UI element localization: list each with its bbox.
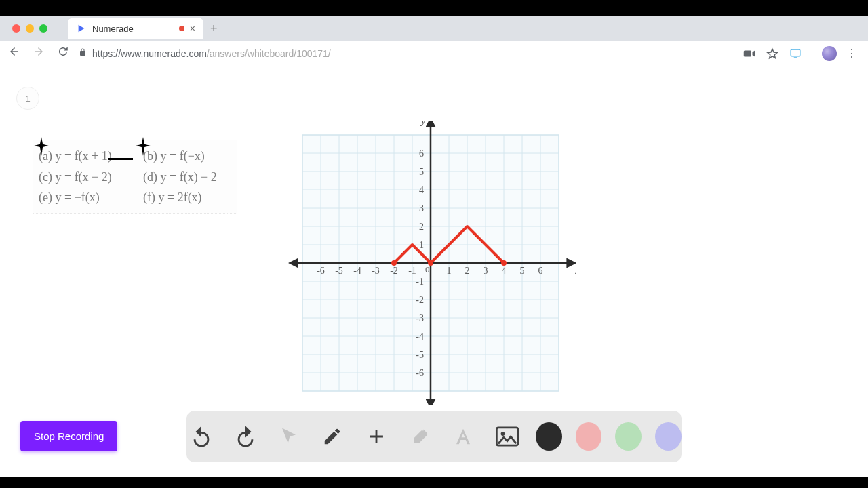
browser-menu-button[interactable]: ⋮ — [846, 47, 857, 60]
svg-text:1: 1 — [419, 240, 424, 250]
profile-avatar[interactable] — [822, 46, 837, 61]
option-f: (f) y = 2f(x) — [143, 187, 231, 208]
stop-recording-button[interactable]: Stop Recording — [20, 421, 117, 451]
problem-row: (a) y = f(x + 1) (b) y = f(−x) — [39, 146, 231, 167]
svg-text:1: 1 — [447, 266, 452, 276]
maximize-window-button[interactable] — [39, 24, 47, 33]
svg-text:3: 3 — [484, 266, 488, 276]
option-a: (a) y = f(x + 1) — [39, 146, 127, 167]
svg-rect-3 — [794, 57, 797, 58]
svg-text:4: 4 — [502, 266, 507, 276]
add-tool-button[interactable] — [361, 420, 391, 453]
annotation-underline — [108, 158, 133, 160]
svg-text:-5: -5 — [416, 350, 424, 360]
option-d: (d) y = f(x) − 2 — [143, 167, 231, 188]
page-content: 1 (a) y = f(x + 1) (b) y = f(−x) (c) y =… — [0, 66, 868, 477]
svg-text:-3: -3 — [372, 266, 380, 276]
svg-text:-5: -5 — [335, 266, 343, 276]
close-window-button[interactable] — [12, 24, 20, 33]
url-host: https://www.numerade.com/answers/whitebo… — [92, 48, 331, 59]
color-purple[interactable] — [655, 422, 682, 451]
browser-window: Numerade × + https://www.numerade.com/an… — [0, 16, 868, 477]
new-tab-button[interactable]: + — [210, 22, 218, 36]
svg-text:-4: -4 — [353, 266, 361, 276]
window-controls — [5, 24, 54, 33]
option-b: (b) y = f(−x) — [143, 146, 231, 167]
svg-text:x: x — [574, 265, 576, 276]
color-red[interactable] — [576, 422, 602, 451]
browser-tab[interactable]: Numerade × — [68, 18, 203, 39]
favicon-icon — [76, 23, 87, 34]
svg-text:0: 0 — [425, 264, 430, 274]
svg-text:2: 2 — [419, 222, 424, 232]
svg-text:5: 5 — [419, 167, 424, 177]
camera-icon[interactable] — [743, 47, 756, 60]
divider — [812, 46, 812, 61]
color-green[interactable] — [615, 422, 642, 451]
cast-monitor-icon[interactable] — [789, 47, 802, 60]
svg-rect-1 — [744, 50, 751, 56]
svg-text:-1: -1 — [416, 277, 424, 287]
svg-text:2: 2 — [465, 266, 470, 276]
problem-statement: (a) y = f(x + 1) (b) y = f(−x) (c) y = f… — [33, 140, 237, 214]
option-e: (e) y = −f(x) — [39, 187, 127, 208]
whiteboard-toolbar — [186, 411, 682, 462]
problem-row: (c) y = f(x − 2) (d) y = f(x) − 2 — [39, 167, 231, 188]
browser-right-icons: ⋮ — [743, 46, 863, 61]
tab-title: Numerade — [92, 24, 174, 34]
annotation-star-icon — [136, 137, 151, 161]
forward-button[interactable] — [30, 43, 47, 64]
url-field[interactable]: https://www.numerade.com/answers/whitebo… — [79, 48, 736, 59]
redo-button[interactable] — [230, 420, 260, 453]
page-number-badge: 1 — [16, 87, 39, 110]
bookmark-star-icon[interactable] — [766, 47, 779, 60]
svg-text:-6: -6 — [416, 368, 424, 378]
svg-text:4: 4 — [419, 185, 424, 195]
back-button[interactable] — [5, 43, 23, 64]
svg-text:-1: -1 — [408, 266, 416, 276]
undo-button[interactable] — [186, 420, 216, 453]
svg-point-68 — [500, 432, 505, 436]
recording-indicator-icon — [179, 26, 184, 31]
svg-rect-2 — [791, 49, 800, 56]
close-tab-button[interactable]: × — [190, 23, 195, 34]
text-tool-button[interactable] — [448, 420, 478, 453]
pencil-tool-button[interactable] — [317, 420, 347, 453]
lock-icon — [79, 48, 87, 58]
svg-text:-3: -3 — [416, 313, 424, 323]
svg-text:6: 6 — [538, 266, 543, 276]
svg-text:3: 3 — [419, 203, 424, 214]
minimize-window-button[interactable] — [26, 24, 34, 33]
address-bar: https://www.numerade.com/answers/whitebo… — [0, 41, 868, 66]
svg-text:-6: -6 — [317, 266, 325, 276]
chart-svg: -6-5-4-3-2-1123456-6-5-4-3-2-11234560xy — [285, 121, 576, 405]
image-tool-button[interactable] — [492, 420, 521, 453]
option-c: (c) y = f(x − 2) — [39, 167, 127, 188]
coordinate-chart: -6-5-4-3-2-1123456-6-5-4-3-2-11234560xy — [285, 121, 576, 405]
eraser-tool-button[interactable] — [405, 420, 435, 453]
svg-text:-4: -4 — [416, 331, 424, 342]
svg-text:-2: -2 — [390, 266, 398, 276]
svg-text:5: 5 — [520, 266, 525, 276]
color-black[interactable] — [536, 422, 562, 451]
pointer-tool-button[interactable] — [274, 420, 304, 453]
problem-row: (e) y = −f(x) (f) y = 2f(x) — [39, 187, 231, 208]
svg-point-64 — [391, 260, 397, 266]
svg-marker-0 — [79, 25, 85, 33]
tab-strip: Numerade × + — [0, 16, 868, 41]
reload-button[interactable] — [54, 43, 72, 64]
svg-point-66 — [428, 260, 433, 266]
annotation-star-icon — [34, 137, 49, 161]
svg-text:6: 6 — [419, 148, 424, 159]
svg-point-65 — [501, 260, 507, 266]
svg-text:y: y — [420, 121, 426, 126]
svg-text:-2: -2 — [416, 295, 424, 305]
